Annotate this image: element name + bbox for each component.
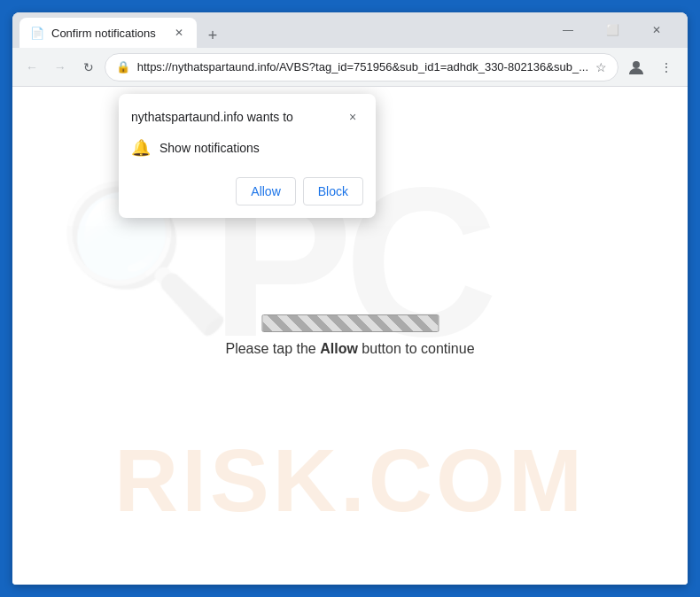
block-button[interactable]: Block [303,177,363,205]
page-content: PC 🔍 RISK.COM Please tap the Allow butto… [12,87,688,585]
instruction-post: button to continue [358,341,475,356]
instruction-pre: Please tap the [225,341,320,356]
popup-close-button[interactable]: × [342,106,363,128]
title-bar: 📄 Confirm notifications ✕ + — ⬜ ✕ [12,12,688,48]
tabs-area: 📄 Confirm notifications ✕ + [19,12,548,48]
browser-window: 📄 Confirm notifications ✕ + — ⬜ ✕ ← → ↻ … [12,12,688,585]
address-bar[interactable]: 🔒 https://nythatspartaund.info/AVBS?tag_… [105,53,618,81]
menu-button[interactable]: ⋮ [652,53,681,81]
notification-popup: nythatspartaund.info wants to × 🔔 Show n… [119,94,376,218]
close-button[interactable]: ✕ [636,16,677,44]
back-button[interactable]: ← [19,53,44,81]
watermark-risk: RISK.COM [114,430,586,531]
popup-permission-row: 🔔 Show notifications [119,135,376,170]
forward-button[interactable]: → [48,53,73,81]
progress-bar [261,314,439,332]
reload-button[interactable]: ↻ [76,53,101,81]
allow-button[interactable]: Allow [236,177,295,205]
new-tab-button[interactable]: + [200,23,225,48]
profile-button[interactable] [622,53,650,81]
instruction-allow-bold: Allow [320,341,358,356]
svg-point-0 [633,61,640,68]
popup-actions: Allow Block [119,170,376,218]
lock-icon: 🔒 [116,60,130,74]
popup-site-text: nythatspartaund.info wants to [131,110,293,124]
bell-icon: 🔔 [131,138,151,158]
url-text: https://nythatspartaund.info/AVBS?tag_id… [137,60,588,74]
tab-favicon-icon: 📄 [30,26,44,40]
maximize-button[interactable]: ⬜ [592,16,633,44]
nav-bar: ← → ↻ 🔒 https://nythatspartaund.info/AVB… [12,48,688,87]
popup-header: nythatspartaund.info wants to × [119,94,376,135]
active-tab[interactable]: 📄 Confirm notifications ✕ [19,18,197,48]
nav-right-icons: ⋮ [622,53,681,81]
minimize-button[interactable]: — [548,16,588,44]
permission-label: Show notifications [159,141,260,155]
tab-title: Confirm notifications [51,27,165,40]
page-instruction: Please tap the Allow button to continue [225,341,474,357]
bookmark-star-icon[interactable]: ☆ [595,60,607,74]
window-controls: — ⬜ ✕ [548,16,681,44]
tab-close-icon[interactable]: ✕ [172,26,186,40]
page-center: Please tap the Allow button to continue [225,314,474,357]
